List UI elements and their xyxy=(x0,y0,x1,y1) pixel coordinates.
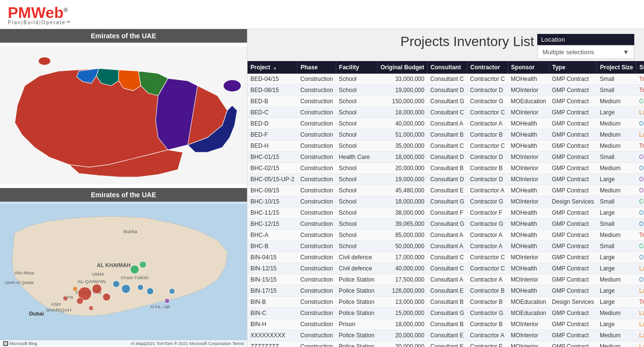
table-cell: Late xyxy=(636,319,644,330)
table-cell: BIN-B xyxy=(248,297,297,308)
table-cell: Large xyxy=(597,174,636,185)
logo-pm: PM xyxy=(8,4,31,21)
table-cell: School xyxy=(336,141,377,152)
col-sponsor[interactable]: Sponsor xyxy=(508,61,549,74)
table-cell: GMP Contract xyxy=(549,107,597,118)
col-type[interactable]: Type xyxy=(549,61,597,74)
col-project[interactable]: Project ▲ xyxy=(248,61,297,74)
table-cell: GMP Contract xyxy=(549,263,597,274)
table-cell: On Target xyxy=(636,219,644,230)
logo-registered: ® xyxy=(64,7,68,14)
table-cell: School xyxy=(336,219,377,230)
svg-text:Abu Musa: Abu Musa xyxy=(15,270,34,275)
table-row: BED-CConstructionSchool18,000,000Consult… xyxy=(248,107,644,118)
table-cell: Civil defence xyxy=(336,263,377,274)
table-cell: School xyxy=(336,174,377,185)
svg-text:AL-QAIWAIN: AL-QAIWAIN xyxy=(78,279,106,284)
table-cell: MOInterior xyxy=(508,174,549,185)
table-cell: Design Services xyxy=(549,196,597,207)
table-cell: Consultant C xyxy=(427,74,467,85)
table-cell: Medium xyxy=(597,341,636,347)
table-cell: Construction xyxy=(297,118,336,129)
svg-text:Bukha: Bukha xyxy=(124,229,138,234)
table-row: BIN-04/15ConstructionCivil defence17,000… xyxy=(248,252,644,263)
table-row: BHC-02/15ConstructionSchool20,000,000Con… xyxy=(248,163,644,174)
table-cell: Construction xyxy=(297,152,336,163)
table-cell: Large xyxy=(597,107,636,118)
col-facility[interactable]: Facility xyxy=(336,61,377,74)
table-cell: Civil defence xyxy=(336,252,377,263)
table-cell: BHC-12/15 xyxy=(248,219,297,230)
table-cell: Construction xyxy=(297,196,336,207)
table-cell: BHC-A xyxy=(248,230,297,241)
table-cell: Construction xyxy=(297,129,336,141)
col-contractor[interactable]: Contractor xyxy=(467,61,508,74)
svg-point-29 xyxy=(165,299,169,303)
app-header: PMWeb® Plan|Build|Operate™ xyxy=(0,0,644,29)
svg-point-27 xyxy=(139,261,146,268)
svg-text:Umm Al Quwai: Umm Al Quwai xyxy=(5,280,33,285)
table-cell: Contracrtor C xyxy=(467,252,508,263)
table-cell: MOEducation xyxy=(508,96,549,107)
col-phase[interactable]: Phase xyxy=(297,61,336,74)
table-cell: BED-H xyxy=(248,141,297,152)
table-cell: Construction xyxy=(297,107,336,118)
table-cell: Consultant B xyxy=(427,297,467,308)
table-cell: ZZZZZZZZ xyxy=(248,341,297,347)
svg-text:SHARIQAH: SHARIQAH xyxy=(46,307,71,313)
svg-point-20 xyxy=(77,298,83,304)
table-cell: Contracrtor C xyxy=(467,141,508,152)
table-cell: 40,000,000 xyxy=(377,263,427,274)
table-cell: Construction xyxy=(297,308,336,319)
table-cell: Troubled xyxy=(636,230,644,241)
table-cell: Construction xyxy=(297,263,336,274)
table-cell: On Target xyxy=(636,163,644,174)
location-filter[interactable]: Location Multiple selections ▼ xyxy=(537,34,634,59)
col-status[interactable]: Status xyxy=(636,61,644,74)
table-cell: Medium xyxy=(597,96,636,107)
table-cell: Contractor D xyxy=(467,174,508,185)
table-cell: Contractor G xyxy=(467,196,508,207)
table-cell: Troubled xyxy=(636,141,644,152)
table-cell: BHC-02/15 xyxy=(248,163,297,174)
table-cell: Large xyxy=(597,252,636,263)
svg-text:ASH: ASH xyxy=(51,301,61,307)
table-cell: 20,000,000 xyxy=(377,163,427,174)
table-cell: School xyxy=(336,196,377,207)
table-cell: School xyxy=(336,185,377,196)
top-map-container xyxy=(0,43,247,188)
table-cell: MOInterior xyxy=(508,274,549,285)
table-cell: Late xyxy=(636,341,644,347)
table-cell: Consultant B xyxy=(427,319,467,330)
table-cell: Contracrtor A xyxy=(467,330,508,341)
svg-point-24 xyxy=(147,288,153,295)
top-map-title: Emirates of the UAE xyxy=(91,32,156,40)
table-cell: MOInterior xyxy=(508,252,549,263)
table-cell: Contractor A xyxy=(467,118,508,129)
projects-table-container[interactable]: Project ▲ Phase Facility Original Budget… xyxy=(248,61,644,347)
table-cell: Health Care xyxy=(336,152,377,163)
col-budget[interactable]: Original Budget xyxy=(377,61,427,74)
left-panel: Emirates of the UAE xyxy=(0,29,248,347)
location-select[interactable]: Multiple selections ▼ xyxy=(537,45,634,59)
table-cell: GMP Contract xyxy=(549,207,597,219)
col-size[interactable]: Project Size xyxy=(597,61,636,74)
table-cell: MOHealth xyxy=(508,219,549,230)
projects-table: Project ▲ Phase Facility Original Budget… xyxy=(248,61,644,347)
table-cell: Police Station xyxy=(336,285,377,297)
table-cell: Contractor A xyxy=(467,274,508,285)
table-cell: Troubled xyxy=(636,74,644,85)
table-cell: GMP Contract xyxy=(549,330,597,341)
col-consultant[interactable]: Consultant xyxy=(427,61,467,74)
table-cell: Small xyxy=(597,152,636,163)
table-row: XXXXXXXXXConstructionPolice Station20,00… xyxy=(248,330,644,341)
table-cell: Large xyxy=(597,319,636,330)
table-cell: Completed xyxy=(636,196,644,207)
table-cell: Medium xyxy=(597,308,636,319)
table-cell: Contractor G xyxy=(467,308,508,319)
table-cell: On Hold xyxy=(636,185,644,196)
table-cell: 18,000,000 xyxy=(377,152,427,163)
table-cell: BED-F xyxy=(248,129,297,141)
table-cell: 19,000,000 xyxy=(377,85,427,96)
table-cell: GMP Contract xyxy=(549,319,597,330)
